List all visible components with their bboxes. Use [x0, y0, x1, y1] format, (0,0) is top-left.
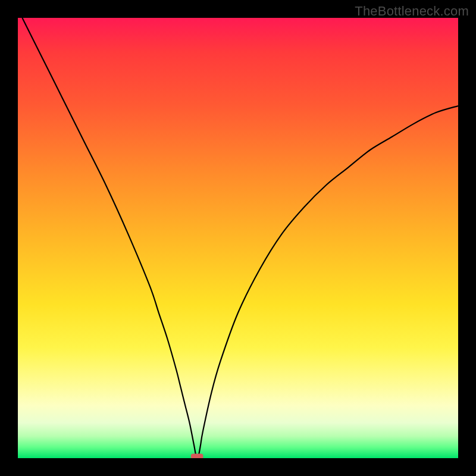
plot-svg — [18, 18, 458, 458]
bottleneck-curve — [22, 18, 458, 458]
chart-frame: TheBottleneck.com — [0, 0, 476, 476]
watermark-text: TheBottleneck.com — [355, 4, 469, 19]
min-marker — [191, 454, 203, 458]
plot-area — [18, 18, 458, 458]
